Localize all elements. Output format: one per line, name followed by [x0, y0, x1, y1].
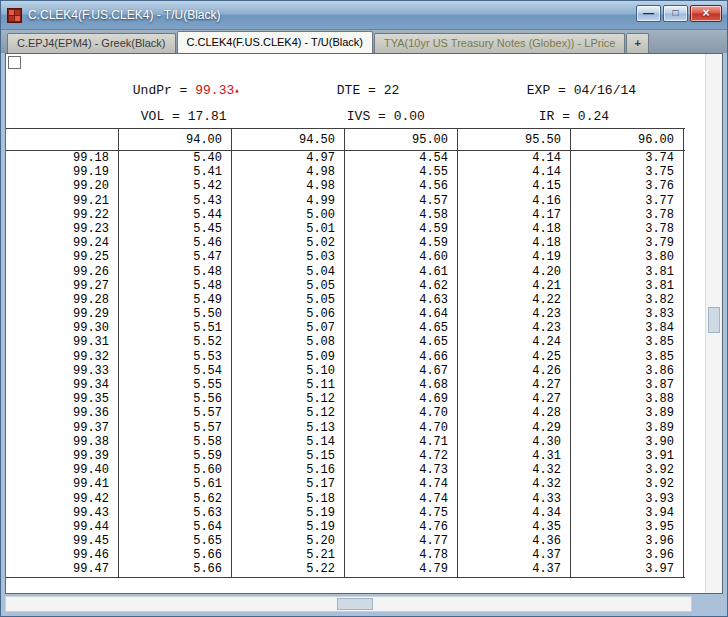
- underlying-price-cell: 99.28: [6, 293, 119, 307]
- option-price-cell: 5.16: [232, 463, 345, 477]
- option-price-cell: 5.64: [119, 520, 232, 534]
- option-price-cell: 5.04: [232, 265, 345, 279]
- corner-cell: [8, 56, 21, 69]
- option-price-cell: 4.32: [458, 477, 571, 491]
- option-price-cell: 5.53: [119, 350, 232, 364]
- tab-tu-black-active[interactable]: C.CLEK4(F.US.CLEK4) - T/U(Black): [177, 31, 373, 53]
- underlying-price-cell: 99.25: [6, 250, 119, 264]
- underlying-price-cell: 99.21: [6, 194, 119, 208]
- table-row: 99.305.515.074.654.233.84: [6, 321, 685, 335]
- option-price-cell: 3.87: [571, 378, 684, 392]
- option-price-cell: 4.74: [345, 477, 458, 491]
- underlying-price-cell: 99.22: [6, 208, 119, 222]
- option-price-cell: 5.45: [119, 222, 232, 236]
- underlying-price-cell: 99.47: [6, 562, 119, 576]
- option-price-cell: 4.27: [458, 392, 571, 406]
- option-price-cell: 5.22: [232, 562, 345, 576]
- option-price-cell: 3.82: [571, 293, 684, 307]
- option-price-cell: 5.19: [232, 506, 345, 520]
- option-price-cell: 4.37: [458, 562, 571, 576]
- table-row: 99.315.525.084.654.243.85: [6, 335, 685, 349]
- option-price-cell: 5.54: [119, 364, 232, 378]
- option-price-cell: 5.02: [232, 236, 345, 250]
- tab-greek-black[interactable]: C.EPJ4(EPM4) - Greek(Black): [7, 33, 176, 53]
- table-row: 99.325.535.094.664.253.85: [6, 350, 685, 364]
- underlying-price-cell: 99.18: [6, 151, 119, 165]
- vertical-scrollbar[interactable]: [705, 54, 722, 593]
- option-price-cell: 4.27: [458, 378, 571, 392]
- option-price-cell: 3.92: [571, 477, 684, 491]
- underlying-price-cell: 99.38: [6, 435, 119, 449]
- table-row: 99.225.445.004.584.173.78: [6, 208, 685, 222]
- vertical-scrollbar-thumb[interactable]: [708, 307, 720, 333]
- option-price-cell: 5.12: [232, 406, 345, 420]
- option-price-cell: 4.65: [345, 335, 458, 349]
- option-price-cell: 5.08: [232, 335, 345, 349]
- option-price-cell: 4.60: [345, 250, 458, 264]
- price-up-arrow-icon: ▴: [234, 86, 239, 96]
- option-price-cell: 5.19: [232, 520, 345, 534]
- table-row: 99.445.645.194.764.353.95: [6, 520, 685, 534]
- table-row: 99.365.575.124.704.283.89: [6, 406, 685, 420]
- option-price-cell: 3.78: [571, 208, 684, 222]
- option-price-cell: 4.62: [345, 279, 458, 293]
- add-tab-button[interactable]: +: [626, 33, 648, 53]
- option-price-cell: 3.81: [571, 279, 684, 293]
- horizontal-scrollbar[interactable]: [5, 596, 692, 612]
- option-price-cell: 4.71: [345, 435, 458, 449]
- option-price-cell: 3.89: [571, 406, 684, 420]
- table-row: 99.475.665.224.794.373.97: [6, 562, 685, 576]
- underlying-price-cell: 99.30: [6, 321, 119, 335]
- ivs-value: 0.00: [394, 109, 425, 124]
- table-row: 99.405.605.164.734.323.92: [6, 463, 685, 477]
- option-price-cell: 5.05: [232, 293, 345, 307]
- option-price-cell: 4.30: [458, 435, 571, 449]
- option-price-cell: 5.11: [232, 378, 345, 392]
- titlebar[interactable]: C.CLEK4(F.US.CLEK4) - T/U(Black) — □ ×: [1, 1, 727, 30]
- option-price-cell: 5.01: [232, 222, 345, 236]
- app-window: C.CLEK4(F.US.CLEK4) - T/U(Black) — □ × C…: [0, 0, 728, 617]
- tab-tya-lprice[interactable]: TYA(10yr US Treasury Notes (Globex)) - L…: [374, 33, 625, 53]
- maximize-button[interactable]: □: [663, 5, 688, 22]
- table-row: 99.395.595.154.724.313.91: [6, 449, 685, 463]
- option-price-cell: 4.33: [458, 492, 571, 506]
- option-price-cell: 5.58: [119, 435, 232, 449]
- option-price-cell: 4.14: [458, 151, 571, 165]
- option-price-cell: 4.19: [458, 250, 571, 264]
- option-price-cell: 4.70: [345, 406, 458, 420]
- option-price-cell: 5.20: [232, 534, 345, 548]
- option-price-cell: 4.97: [232, 151, 345, 165]
- option-price-cell: 3.78: [571, 222, 684, 236]
- option-price-cell: 4.29: [458, 421, 571, 435]
- table-row: 99.425.625.184.744.333.93: [6, 492, 685, 506]
- underlying-price-cell: 99.43: [6, 506, 119, 520]
- underlying-price-cell: 99.36: [6, 406, 119, 420]
- option-price-cell: 4.55: [345, 165, 458, 179]
- option-price-cell: 4.65: [345, 321, 458, 335]
- option-price-cell: 3.84: [571, 321, 684, 335]
- strike-header-row: 94.00 94.50 95.00 95.50 96.00: [6, 129, 685, 151]
- underlying-price-cell: 99.39: [6, 449, 119, 463]
- option-price-cell: 4.61: [345, 265, 458, 279]
- option-price-cell: 5.41: [119, 165, 232, 179]
- option-price-cell: 5.12: [232, 392, 345, 406]
- strike-header: 94.00: [119, 129, 232, 150]
- strike-header: 95.50: [458, 129, 571, 150]
- close-button[interactable]: ×: [690, 5, 722, 22]
- underlying-price-cell: 99.19: [6, 165, 119, 179]
- option-price-cell: 4.57: [345, 194, 458, 208]
- option-price-cell: 3.90: [571, 435, 684, 449]
- option-price-cell: 5.09: [232, 350, 345, 364]
- option-price-cell: 3.74: [571, 151, 684, 165]
- horizontal-scrollbar-thumb[interactable]: [337, 598, 373, 610]
- option-price-cell: 3.83: [571, 307, 684, 321]
- minimize-button[interactable]: —: [636, 5, 661, 22]
- option-price-cell: 4.32: [458, 463, 571, 477]
- option-price-cell: 5.50: [119, 307, 232, 321]
- table-row: 99.465.665.214.784.373.96: [6, 548, 685, 562]
- option-price-cell: 4.23: [458, 307, 571, 321]
- option-price-cell: 3.94: [571, 506, 684, 520]
- option-price-cell: 4.17: [458, 208, 571, 222]
- option-price-cell: 5.14: [232, 435, 345, 449]
- underlying-price-cell: 99.20: [6, 179, 119, 193]
